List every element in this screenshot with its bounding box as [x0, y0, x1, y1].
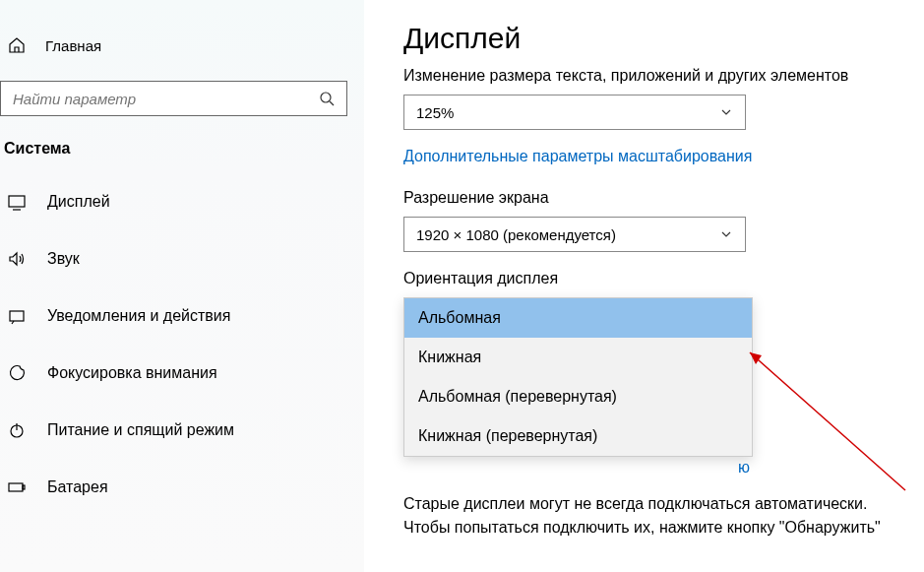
sidebar-item-label: Батарея — [47, 478, 108, 496]
resolution-combo[interactable]: 1920 × 1080 (рекомендуется) — [403, 217, 746, 252]
sidebar-item-label: Звук — [47, 250, 80, 268]
scale-combo[interactable]: 125% — [403, 95, 746, 130]
chevron-down-icon — [719, 227, 733, 241]
sidebar-section-heading: Система — [0, 140, 364, 158]
page-title: Дисплей — [403, 22, 924, 55]
dropdown-item-label: Альбомная (перевернутая) — [418, 388, 617, 406]
home-icon — [6, 34, 28, 56]
scale-value: 125% — [416, 104, 454, 121]
search-input-container[interactable] — [0, 81, 347, 116]
notifications-icon — [6, 305, 28, 327]
sidebar-item-notifications[interactable]: Уведомления и действия — [0, 287, 364, 345]
display-icon — [6, 191, 28, 213]
sound-icon — [6, 248, 28, 270]
scale-label: Изменение размера текста, приложений и д… — [403, 67, 924, 85]
orientation-option-portrait-flipped[interactable]: Книжная (перевернутая) — [404, 416, 752, 456]
home-nav[interactable]: Главная — [0, 24, 364, 67]
truncated-link-tail[interactable]: ю — [403, 459, 924, 477]
orientation-option-landscape[interactable]: Альбомная — [404, 298, 752, 338]
focus-icon — [6, 362, 28, 384]
dropdown-item-label: Книжная — [418, 349, 481, 366]
resolution-value: 1920 × 1080 (рекомендуется) — [416, 226, 616, 243]
dropdown-item-label: Книжная (перевернутая) — [418, 427, 597, 445]
orientation-option-landscape-flipped[interactable]: Альбомная (перевернутая) — [404, 377, 752, 416]
resolution-label: Разрешение экрана — [403, 189, 924, 207]
sidebar-item-label: Уведомления и действия — [47, 307, 230, 325]
dropdown-item-label: Альбомная — [418, 309, 501, 327]
search-button[interactable] — [307, 82, 346, 115]
orientation-option-portrait[interactable]: Книжная — [404, 338, 752, 377]
sidebar-item-label: Питание и спящий режим — [47, 421, 234, 439]
sidebar-item-focus[interactable]: Фокусировка внимания — [0, 345, 364, 402]
sidebar-item-power[interactable]: Питание и спящий режим — [0, 402, 364, 459]
settings-sidebar: Главная Система Дисплей Звук — [0, 0, 364, 572]
search-icon — [319, 91, 335, 106]
settings-content: Дисплей Изменение размера текста, прилож… — [403, 22, 924, 540]
home-label: Главная — [45, 37, 101, 54]
advanced-scaling-link[interactable]: Дополнительные параметры масштабирования — [403, 148, 924, 165]
svg-rect-8 — [23, 485, 25, 489]
sidebar-item-display[interactable]: Дисплей — [0, 173, 364, 230]
sidebar-item-label: Дисплей — [47, 193, 110, 211]
orientation-dropdown[interactable]: Альбомная Книжная Альбомная (перевернута… — [403, 297, 753, 457]
chevron-down-icon — [719, 105, 733, 119]
battery-icon — [6, 477, 28, 498]
svg-rect-7 — [9, 483, 23, 491]
body-text: Старые дисплеи могут не всегда подключат… — [403, 492, 915, 540]
search-input[interactable] — [1, 91, 307, 107]
power-icon — [6, 419, 28, 441]
sidebar-item-label: Фокусировка внимания — [47, 364, 217, 382]
svg-rect-2 — [9, 196, 25, 207]
sidebar-item-battery[interactable]: Батарея — [0, 459, 364, 516]
svg-rect-4 — [10, 311, 24, 321]
svg-point-0 — [321, 93, 331, 102]
svg-line-1 — [330, 101, 334, 105]
orientation-label: Ориентация дисплея — [403, 270, 924, 287]
sidebar-item-sound[interactable]: Звук — [0, 230, 364, 287]
